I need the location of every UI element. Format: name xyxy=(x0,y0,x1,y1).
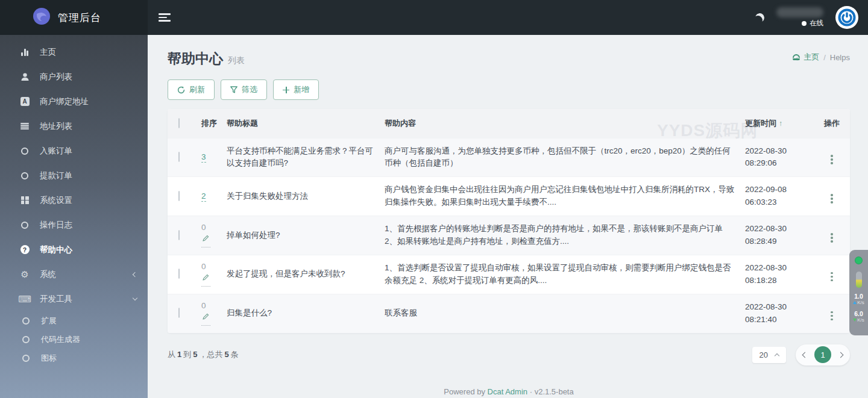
help-title-cell: 关于归集失败处理方法 xyxy=(222,177,380,216)
sort-value-editable[interactable]: 3 xyxy=(201,152,206,163)
prev-page-button[interactable] xyxy=(802,352,808,358)
row-actions-menu-icon[interactable] xyxy=(829,192,835,205)
online-status-label: 在线 xyxy=(810,19,823,28)
sort-value-editable[interactable]: 2 xyxy=(201,191,206,202)
sidebar: 主页 商户列表 A 商户绑定地址 地址列表 入账订单 xyxy=(0,35,148,398)
table-card: YYDS源码网 排序 帮助标题 帮助内容 更新时间↑ 操作 3 xyxy=(168,109,850,333)
select-all-checkbox[interactable] xyxy=(178,118,180,128)
chevron-up-icon xyxy=(775,353,779,358)
updated-at-cell: 2022-08-3008:29:06 xyxy=(740,138,814,177)
online-status-dot xyxy=(802,21,807,26)
help-content-cell: 商户可与客服沟通，为您单独支持更多币种，包括但不限于（trc20，erc20，b… xyxy=(380,138,740,177)
row-checkbox[interactable] xyxy=(178,152,180,162)
sort-value: 0 xyxy=(201,302,217,311)
sidebar-item-label: 扩展 xyxy=(41,316,57,326)
table-row: 0 发起了提现，但是客户未收到款? 1、首选判断是否设置了提现自动审核，如果设置… xyxy=(168,255,850,294)
signal-bar-icon xyxy=(856,272,862,288)
sidebar-item-label: 地址列表 xyxy=(40,121,72,132)
upload-speed: 1.0 K/s xyxy=(853,293,864,305)
bar-chart-icon xyxy=(19,49,30,56)
app-root: 管理后台 在线 xyxy=(0,0,868,398)
sidebar-item-deposit-orders[interactable]: 入账订单 xyxy=(0,138,148,163)
sidebar-item-home[interactable]: 主页 xyxy=(0,40,148,64)
sidebar-item-extensions[interactable]: 扩展 xyxy=(0,311,148,330)
sidebar-item-withdraw-orders[interactable]: 提款订单 xyxy=(0,163,148,188)
create-label: 新增 xyxy=(294,84,309,95)
network-speed-widget[interactable]: 1.0 K/s 6.0 K/s xyxy=(849,250,868,335)
sidebar-item-label: 商户绑定地址 xyxy=(40,96,89,107)
breadcrumb-home-link[interactable]: 主页 xyxy=(792,52,819,63)
sidebar-item-label: 商户列表 xyxy=(40,72,72,82)
sort-value: 0 xyxy=(201,263,217,272)
sidebar-item-label: 操作日志 xyxy=(40,220,72,231)
sidebar-item-dev-tools[interactable]: ⌨ 开发工具 xyxy=(0,287,148,311)
sidebar-item-code-generator[interactable]: 代码生成器 xyxy=(0,330,148,349)
row-actions-menu-icon[interactable] xyxy=(829,231,835,244)
edit-pencil-icon[interactable] xyxy=(201,311,210,326)
row-actions-menu-icon[interactable] xyxy=(829,153,835,166)
breadcrumb-current: Helps xyxy=(830,53,850,62)
help-title-cell: 发起了提现，但是客户未收到款? xyxy=(222,255,380,294)
row-checkbox[interactable] xyxy=(178,230,180,240)
sidebar-item-address-list[interactable]: 地址列表 xyxy=(0,114,148,138)
sidebar-item-system[interactable]: ⚙ 系统 xyxy=(0,262,148,287)
sidebar-item-system-settings[interactable]: 系统设置 xyxy=(0,188,148,213)
column-updated-at[interactable]: 更新时间↑ xyxy=(740,109,814,138)
dcat-admin-link[interactable]: Dcat Admin xyxy=(488,387,527,396)
pagination-summary: 从1到5，总共5条 xyxy=(168,349,239,360)
column-sort[interactable]: 排序 xyxy=(197,109,222,138)
user-info[interactable]: 在线 xyxy=(776,7,823,28)
gear-icon: ⚙ xyxy=(19,270,30,279)
refresh-button[interactable]: 刷新 xyxy=(168,79,215,100)
list-icon xyxy=(19,123,30,130)
dark-mode-moon-icon[interactable] xyxy=(754,12,765,23)
table-header-row: 排序 帮助标题 帮助内容 更新时间↑ 操作 xyxy=(168,109,850,138)
sidebar-item-help-center[interactable]: ? 帮助中心 xyxy=(0,237,148,262)
help-content-cell: 联系客服 xyxy=(380,294,740,332)
row-checkbox[interactable] xyxy=(178,308,180,318)
sidebar-item-merchant-addresses[interactable]: A 商户绑定地址 xyxy=(0,89,148,114)
chevron-down-icon xyxy=(133,296,137,300)
current-page-button[interactable]: 1 xyxy=(814,346,831,363)
sidebar-item-label: 提款订单 xyxy=(40,170,72,181)
pager: 1 xyxy=(796,344,850,365)
chevron-left-icon xyxy=(133,272,137,276)
column-title: 帮助标题 xyxy=(222,109,380,138)
row-actions-menu-icon[interactable] xyxy=(829,309,835,323)
help-title-cell: 平台支持币种不能满足业务需求？平台可以支持自建币吗? xyxy=(222,138,380,177)
sidebar-item-icons[interactable]: 图标 xyxy=(0,349,148,367)
question-circle-icon: ? xyxy=(19,245,30,254)
brand[interactable]: 管理后台 xyxy=(0,0,148,35)
sidebar-item-label: 帮助中心 xyxy=(40,244,72,255)
create-button[interactable]: 新增 xyxy=(273,79,319,100)
circle-icon xyxy=(20,317,31,325)
help-title-cell: 归集是什么? xyxy=(222,294,380,332)
row-checkbox[interactable] xyxy=(178,191,180,201)
sidebar-item-label: 系统设置 xyxy=(40,195,72,206)
sidebar-item-label: 主页 xyxy=(40,47,56,58)
table-row: 0 掉单如何处理? 1、首先根据客户的转账地址判断是否是商户的持有地址，如果不是… xyxy=(168,216,850,255)
edit-pencil-icon[interactable] xyxy=(201,272,210,287)
breadcrumb-separator: / xyxy=(823,53,826,62)
topbar: 管理后台 在线 xyxy=(0,0,868,35)
power-logo-icon xyxy=(837,7,857,28)
upload-arrow-icon xyxy=(853,301,857,304)
download-speed: 6.0 K/s xyxy=(853,311,864,323)
sidebar-item-merchants[interactable]: 商户列表 xyxy=(0,64,148,89)
user-avatar[interactable] xyxy=(835,6,858,29)
table-row: 0 归集是什么? 联系客服 2022-08-3008:21:40 xyxy=(168,294,850,332)
row-checkbox[interactable] xyxy=(178,269,180,279)
filter-button[interactable]: 筛选 xyxy=(221,79,267,100)
circle-icon xyxy=(20,355,31,362)
edit-pencil-icon[interactable] xyxy=(201,232,210,247)
sidebar-item-operation-log[interactable]: 操作日志 xyxy=(0,213,148,237)
next-page-button[interactable] xyxy=(838,352,844,358)
circle-icon xyxy=(19,148,30,155)
sort-value: 0 xyxy=(201,223,217,232)
menu-toggle-icon[interactable] xyxy=(159,13,171,22)
row-actions-menu-icon[interactable] xyxy=(829,270,835,284)
page-size-select[interactable]: 20 xyxy=(752,347,786,363)
square-a-icon: A xyxy=(19,97,30,106)
column-actions: 操作 xyxy=(814,109,850,138)
dashboard-gauge-icon xyxy=(792,54,800,61)
